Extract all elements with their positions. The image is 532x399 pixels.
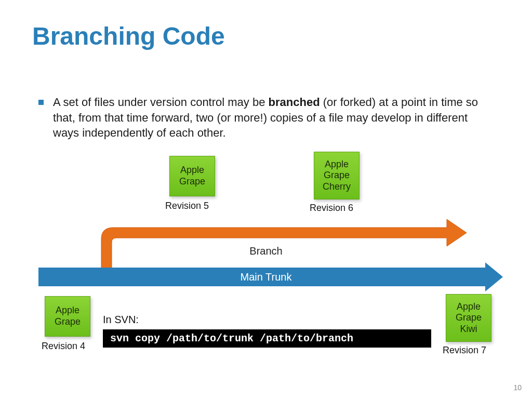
bullet-pre: A set of files under version control may… bbox=[53, 96, 269, 109]
revision-4-box: AppleGrape bbox=[45, 296, 90, 337]
svn-caption: In SVN: bbox=[103, 314, 139, 326]
bullet-bold: branched bbox=[269, 96, 320, 109]
page-number: 10 bbox=[513, 383, 522, 392]
revision-4-label: Revision 4 bbox=[42, 341, 85, 352]
slide: Branching Code A set of files under vers… bbox=[0, 0, 532, 399]
revision-7-label: Revision 7 bbox=[443, 345, 486, 356]
branching-diagram: AppleGrape Revision 5 AppleGrapeCherry R… bbox=[0, 151, 532, 379]
bullet-text: A set of files under version control may… bbox=[53, 95, 496, 141]
branch-label: Branch bbox=[0, 245, 532, 257]
revision-7-box: AppleGrapeKiwi bbox=[446, 294, 491, 342]
bullet-item: A set of files under version control may… bbox=[38, 95, 496, 141]
bullet-marker-icon bbox=[38, 100, 44, 105]
trunk-label: Main Trunk bbox=[0, 268, 532, 286]
page-title: Branching Code bbox=[32, 22, 225, 50]
svn-command: svn copy /path/to/trunk /path/to/branch bbox=[103, 329, 431, 348]
